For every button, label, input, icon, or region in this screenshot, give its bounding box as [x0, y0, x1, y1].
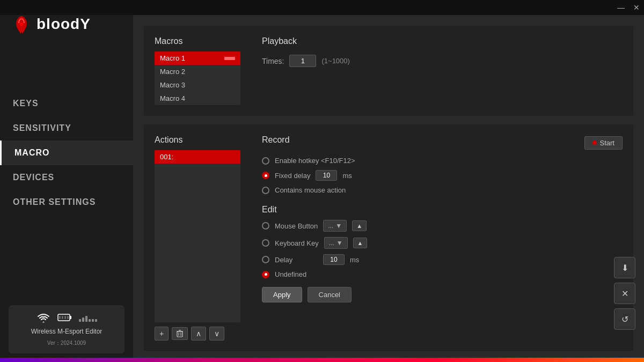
- svg-rect-5: [62, 316, 63, 319]
- keyboard-key-up-btn[interactable]: ▲: [353, 238, 368, 248]
- top-panel: Macros Macro 1 Macro 2 Macro 3 Macro 4 P…: [144, 26, 633, 116]
- dropdown-arrow-icon: ▼: [335, 222, 342, 230]
- navigation: KEYS SENSITIVITY MACRO DEVICES OTHER SET…: [0, 48, 133, 297]
- keyboard-key-dropdown[interactable]: ... ▼: [324, 237, 348, 249]
- svg-rect-8: [177, 331, 182, 337]
- keyboard-key-radio[interactable]: [262, 239, 269, 247]
- signal-bars-icon: [79, 313, 97, 322]
- sidebar: bloodY KEYS SENSITIVITY MACRO DEVICES OT…: [0, 0, 133, 362]
- svg-rect-7: [67, 316, 69, 319]
- download-button[interactable]: ⬇: [614, 257, 635, 278]
- macros-title: Macros: [155, 36, 240, 46]
- macro-item-2[interactable]: Macro 2: [155, 65, 240, 78]
- device-icons-row: [36, 312, 97, 323]
- record-options: Enable hotkey <F10/F12> Fixed delay ms C…: [262, 157, 623, 194]
- edit-buttons: Apply Cancel: [262, 287, 623, 302]
- macro-item-3[interactable]: Macro 3: [155, 78, 240, 92]
- title-bar: — ✕: [0, 0, 644, 15]
- action-list: 001:: [155, 150, 240, 322]
- move-up-button[interactable]: ∧: [191, 327, 206, 341]
- right-close-button[interactable]: ✕: [614, 283, 635, 304]
- delay-radio[interactable]: [262, 256, 269, 263]
- bottom-bar: [0, 358, 644, 362]
- cancel-button[interactable]: Cancel: [308, 287, 352, 302]
- mouse-button-label: Mouse Button: [275, 222, 318, 230]
- refresh-button[interactable]: ↺: [614, 308, 635, 330]
- edit-row-keyboard-key: Keyboard Key ... ▼ ▲: [262, 237, 623, 249]
- delay-input[interactable]: [323, 254, 345, 265]
- fixed-delay-input[interactable]: [316, 170, 337, 181]
- macro-item-4[interactable]: Macro 4: [155, 92, 240, 105]
- edit-row-mouse-button: Mouse Button ... ▼ ▲: [262, 220, 623, 232]
- delete-icon: [177, 330, 183, 337]
- svg-rect-6: [64, 316, 66, 319]
- undefined-label: Undefined: [275, 270, 318, 278]
- apply-button[interactable]: Apply: [262, 287, 302, 302]
- svg-rect-1: [42, 316, 45, 320]
- sidebar-item-other-settings[interactable]: OTHER SETTINGS: [0, 190, 133, 215]
- mouse-button-radio[interactable]: [262, 222, 269, 230]
- edit-rows: Mouse Button ... ▼ ▲ Keyboard Key ...: [262, 220, 623, 278]
- fixed-delay-radio[interactable]: [262, 172, 269, 179]
- record-option-fixed-delay: Fixed delay ms: [262, 170, 623, 181]
- bottom-panel: Actions 001: + ∧ ∨: [144, 124, 633, 351]
- action-toolbar: + ∧ ∨: [155, 327, 240, 341]
- action-item-001[interactable]: 001:: [155, 150, 240, 164]
- right-buttons: ⬇ ✕ ↺: [614, 257, 635, 330]
- record-title: Record: [262, 135, 290, 145]
- record-edit-section: Record Start Enable hotkey <F10/F12>: [262, 135, 623, 341]
- fixed-delay-unit: ms: [342, 172, 352, 180]
- hotkey-label: Enable hotkey <F10/F12>: [275, 157, 355, 165]
- delay-label: Delay: [275, 256, 318, 264]
- svg-rect-3: [70, 316, 71, 319]
- playback-range: (1~1000): [321, 57, 349, 65]
- record-header: Record Start: [262, 135, 623, 150]
- start-button[interactable]: Start: [584, 136, 623, 150]
- battery-icon: [57, 313, 72, 322]
- sidebar-item-keys[interactable]: KEYS: [0, 91, 133, 116]
- svg-rect-4: [59, 316, 61, 319]
- edit-row-delay: Delay ms: [262, 254, 623, 265]
- device-version: Ver：2024.1009: [47, 339, 86, 347]
- mouse-button-up-btn[interactable]: ▲: [352, 220, 367, 231]
- dropdown-arrow-icon-2: ▼: [336, 239, 343, 247]
- playback-times-label: Times:: [262, 57, 284, 65]
- macro-selected-indicator: [224, 57, 235, 60]
- move-down-button[interactable]: ∨: [209, 327, 224, 341]
- sidebar-item-devices[interactable]: DEVICES: [0, 165, 133, 190]
- add-action-button[interactable]: +: [155, 327, 169, 341]
- edit-title: Edit: [262, 205, 623, 215]
- playback-title: Playback: [262, 36, 623, 46]
- device-card: Wireless M-Esport Editor Ver：2024.1009: [9, 305, 125, 353]
- fixed-delay-label: Fixed delay: [275, 172, 310, 180]
- macros-section: Macros Macro 1 Macro 2 Macro 3 Macro 4: [155, 36, 240, 105]
- logo-icon: [11, 13, 32, 35]
- hotkey-radio[interactable]: [262, 157, 269, 165]
- keyboard-key-label: Keyboard Key: [275, 239, 319, 247]
- record-option-mouse-action: Contains mouse action: [262, 186, 623, 194]
- macro-list: Macro 1 Macro 2 Macro 3 Macro 4: [155, 51, 240, 105]
- logo-text: bloodY: [36, 16, 91, 33]
- record-option-hotkey: Enable hotkey <F10/F12>: [262, 157, 623, 165]
- delay-unit: ms: [350, 256, 359, 264]
- wifi-icon: [36, 312, 51, 323]
- undefined-radio[interactable]: [262, 271, 269, 278]
- macro-item-1[interactable]: Macro 1: [155, 51, 240, 65]
- minimize-button[interactable]: —: [617, 4, 625, 11]
- record-section: Record Start Enable hotkey <F10/F12>: [262, 135, 623, 194]
- edit-row-undefined: Undefined: [262, 270, 623, 278]
- device-name: Wireless M-Esport Editor: [31, 328, 103, 335]
- sidebar-item-macro[interactable]: MACRO: [0, 141, 133, 165]
- playback-row: Times: (1~1000): [262, 55, 623, 67]
- close-button[interactable]: ✕: [633, 4, 640, 11]
- delete-action-button[interactable]: [172, 327, 188, 340]
- playback-times-input[interactable]: [289, 55, 316, 67]
- edit-section: Edit Mouse Button ... ▼ ▲: [262, 205, 623, 302]
- sidebar-item-sensitivity[interactable]: SENSITIVITY: [0, 116, 133, 141]
- mouse-button-dropdown[interactable]: ... ▼: [323, 220, 347, 232]
- device-info: Wireless M-Esport Editor Ver：2024.1009: [0, 297, 133, 362]
- playback-section: Playback Times: (1~1000): [262, 36, 623, 105]
- svg-point-0: [20, 23, 23, 26]
- mouse-action-radio[interactable]: [262, 187, 269, 194]
- mouse-action-label: Contains mouse action: [275, 186, 346, 194]
